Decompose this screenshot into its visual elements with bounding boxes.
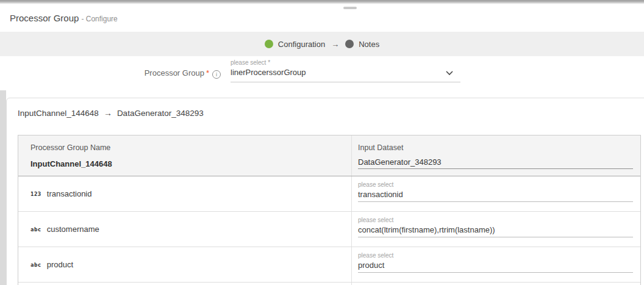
input-dataset-field[interactable]: DataGenerator_348293 — [358, 157, 633, 169]
mapping-card: InputChannel_144648→DataGenerator_348293… — [6, 98, 644, 285]
column-title-input-dataset: Input Dataset — [358, 143, 633, 152]
string-type-icon: abc — [30, 262, 41, 268]
mapping-target: DataGenerator_348293 — [117, 109, 204, 118]
table-header: Processor Group Name InputChannel_144648… — [18, 135, 640, 176]
processor-group-name-value: InputChannel_144648 — [30, 159, 351, 168]
mapping-input-product[interactable]: product — [358, 261, 633, 273]
number-type-icon: 123 — [30, 191, 41, 197]
processor-group-label: Processor Group*i — [0, 68, 221, 79]
mapping-cell-transactionid: please select transactionid — [352, 176, 640, 211]
table-row: abc customername please select concat(lt… — [18, 212, 640, 247]
stepper-arrow-icon: → — [331, 40, 339, 49]
field-name-customername: customername — [47, 225, 99, 234]
mapping-section-title: InputChannel_144648→DataGenerator_348293 — [18, 108, 204, 118]
stepper-bar: Configuration → Notes — [0, 32, 644, 56]
processor-group-configure-screen: Processor Group- Configure Configuration… — [0, 0, 644, 285]
mapping-cell-product: please select product — [352, 247, 640, 282]
select-placeholder-label: please select * — [231, 59, 460, 66]
page-background-strip — [0, 90, 6, 285]
processor-group-form-row: Processor Group*i please select * linerP… — [0, 59, 644, 90]
string-type-icon: abc — [30, 226, 41, 233]
drag-handle[interactable] — [343, 7, 357, 9]
mapping-table: Processor Group Name InputChannel_144648… — [18, 135, 641, 285]
processor-group-label-text: Processor Group — [145, 68, 204, 78]
page-title: Processor Group — [10, 13, 79, 23]
table-row: abc product please select product — [18, 247, 640, 283]
header-cell-processor-group: Processor Group Name InputChannel_144648 — [18, 135, 352, 176]
field-cell-product: abc product — [18, 247, 352, 282]
field-name-product: product — [47, 260, 73, 269]
field-name-transactionid: transactionid — [47, 189, 92, 198]
top-divider — [0, 0, 644, 4]
field-cell-customername: abc customername — [18, 212, 352, 247]
field-cell-transactionid: 123 transactionid — [18, 176, 352, 211]
select-value: linerProcerssorGroup — [231, 68, 460, 77]
mapping-cell-partial — [352, 283, 640, 285]
mapping-input-transactionid[interactable]: transactionid — [358, 190, 633, 202]
mapping-placeholder: please select — [358, 181, 633, 188]
mapping-input-customername[interactable]: concat(ltrim(firstname),rtrim(lastname)) — [358, 225, 633, 237]
table-row: 123 transactionid please select transact… — [18, 176, 640, 212]
table-row-partial — [18, 283, 640, 285]
info-icon[interactable]: i — [212, 70, 221, 79]
configuration-step-label: Configuration — [278, 40, 325, 49]
field-cell-partial — [18, 283, 352, 285]
mapping-placeholder: please select — [358, 252, 633, 259]
required-asterisk: * — [206, 68, 209, 78]
step-configuration[interactable]: Configuration — [265, 40, 325, 49]
notes-step-label: Notes — [359, 40, 379, 49]
titlebar: Processor Group- Configure — [10, 13, 118, 24]
step-notes[interactable]: Notes — [345, 40, 379, 49]
column-title-processor-group-name: Processor Group Name — [30, 143, 351, 152]
mapping-arrow-icon: → — [104, 108, 112, 118]
mapping-source: InputChannel_144648 — [18, 109, 99, 118]
processor-group-select[interactable]: please select * linerProcerssorGroup — [231, 59, 460, 82]
mapping-cell-customername: please select concat(ltrim(firstname),rt… — [352, 212, 640, 247]
mapping-placeholder: please select — [358, 217, 633, 223]
configuration-step-dot-icon — [265, 40, 273, 48]
chevron-down-icon — [446, 71, 453, 76]
notes-step-dot-icon — [345, 40, 354, 48]
page-subtitle: - Configure — [81, 15, 117, 23]
header-cell-input-dataset: Input Dataset DataGenerator_348293 — [352, 135, 640, 176]
